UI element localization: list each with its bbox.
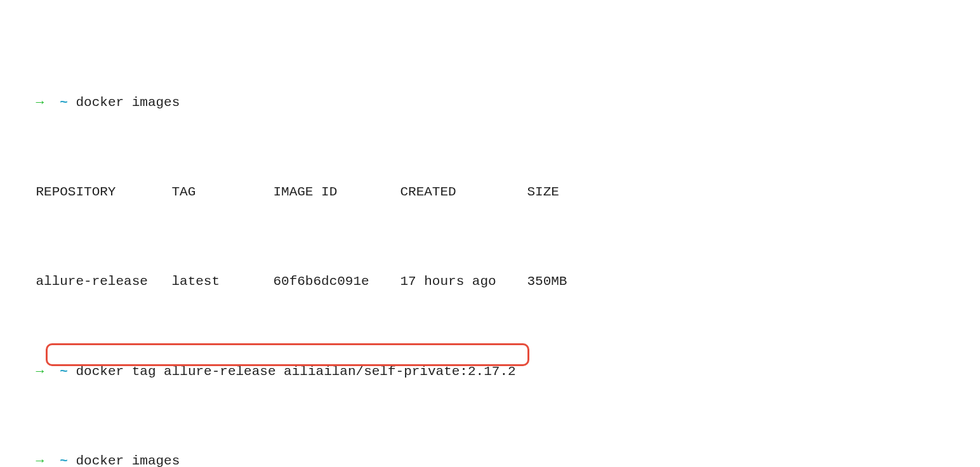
command-text: docker images	[76, 452, 180, 467]
cell-id: 60f6b6dc091e	[273, 273, 400, 291]
cell-created: 17 hours ago	[400, 273, 527, 291]
command-text: docker tag allure-release ailiailan/self…	[76, 363, 515, 381]
prompt-line: → ~ docker images	[4, 435, 976, 452]
prompt-arrow-icon: →	[36, 363, 44, 381]
col-created: CREATED	[400, 183, 527, 201]
cell-repo: allure-release	[36, 273, 171, 291]
prompt-tilde: ~	[60, 363, 68, 381]
prompt-arrow-icon: →	[36, 452, 44, 467]
terminal[interactable]: → ~ docker images REPOSITORYTAGIMAGE IDC…	[0, 0, 980, 467]
col-image-id: IMAGE ID	[273, 183, 400, 201]
command-text: docker images	[76, 94, 180, 112]
col-size: SIZE	[527, 183, 559, 201]
cell-tag: latest	[171, 273, 273, 291]
prompt-tilde: ~	[60, 452, 68, 467]
table-header: REPOSITORYTAGIMAGE IDCREATEDSIZE	[4, 166, 976, 183]
prompt-line: → ~ docker tag allure-release ailiailan/…	[4, 345, 976, 363]
col-repository: REPOSITORY	[36, 183, 171, 201]
prompt-line: → ~ docker images	[4, 76, 976, 93]
cell-size: 350MB	[527, 273, 567, 291]
prompt-tilde: ~	[60, 94, 68, 112]
col-tag: TAG	[171, 183, 273, 201]
prompt-arrow-icon: →	[36, 94, 44, 112]
table-row: allure-releaselatest60f6b6dc091e17 hours…	[4, 255, 976, 273]
